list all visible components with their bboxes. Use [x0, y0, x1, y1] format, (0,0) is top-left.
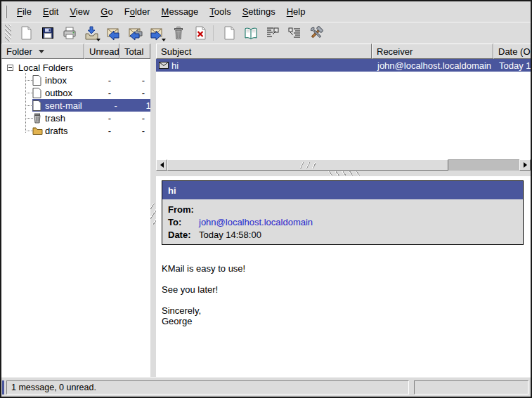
toolbar-drag-handle[interactable] — [5, 25, 11, 41]
folder-root-local-folders[interactable]: Local Folders — [1, 61, 150, 74]
column-header-folder-label: Folder — [6, 46, 32, 57]
print-button[interactable] — [60, 24, 79, 43]
tree-lines — [25, 73, 26, 133]
floppy-disk-icon — [40, 25, 56, 41]
right-arrow-icon — [524, 162, 527, 168]
scrollbar-thumb[interactable] — [167, 159, 448, 171]
statusbar: 1 message, 0 unread. — [1, 377, 531, 397]
folder-item-inbox[interactable]: inbox - - — [1, 74, 150, 86]
menubar: File Edit View Go Folder Message Tools S… — [1, 1, 531, 22]
dropdown-arrow-icon — [96, 39, 100, 41]
to-address-link[interactable]: john@localhost.localdomain — [199, 217, 313, 227]
folder-item-trash[interactable]: trash - - — [1, 112, 150, 124]
statusbar-message: 1 message, 0 unread. — [11, 383, 96, 392]
column-header-total[interactable]: Total — [119, 44, 150, 59]
message-title-bar: hi — [162, 181, 523, 199]
horizontal-scrollbar[interactable] — [156, 159, 531, 171]
scroll-right-button[interactable] — [519, 159, 531, 171]
splitter-grip — [150, 204, 156, 225]
folder-item-drafts[interactable]: drafts - - — [1, 124, 150, 137]
page-red-x-icon — [193, 25, 208, 41]
menu-file[interactable]: File — [11, 5, 37, 18]
kmail-window: File Edit View Go Folder Message Tools S… — [0, 0, 532, 398]
message-list-header: Subject Receiver Date (O — [156, 44, 531, 59]
new-window-button[interactable] — [219, 24, 238, 43]
folder-list-header: Folder Unread Total — [1, 44, 150, 59]
tree-lines — [25, 131, 33, 131]
thumb-grip — [300, 162, 316, 168]
collapse-expander-icon[interactable] — [7, 65, 13, 71]
list-arrow-out-icon — [265, 25, 280, 41]
folder-pane: Folder Unread Total Local — [1, 44, 150, 377]
forward-button[interactable] — [147, 24, 166, 43]
menu-settings[interactable]: Settings — [237, 5, 281, 18]
reply-button[interactable] — [103, 24, 122, 43]
column-header-receiver[interactable]: Receiver — [372, 44, 493, 59]
dropdown-arrow-icon — [162, 39, 166, 41]
folder-icon — [32, 126, 45, 135]
menu-message[interactable]: Message — [156, 5, 205, 18]
tree-lines — [25, 80, 33, 81]
delete-button[interactable] — [190, 24, 209, 43]
tree-lines — [25, 105, 33, 106]
printer-icon — [62, 25, 77, 41]
blank-page-icon — [221, 25, 237, 41]
message-list-pane: Subject Receiver Date (O hi john@localho… — [156, 44, 531, 171]
menubar-drag-handle[interactable] — [5, 6, 7, 18]
splitter-grip — [328, 171, 361, 175]
message-receiver: john@localhost.localdomain — [372, 60, 493, 71]
save-button[interactable] — [38, 24, 57, 43]
folder-item-outbox[interactable]: outbox - - — [1, 86, 150, 99]
file-icon — [32, 75, 45, 86]
main-area: Folder Unread Total Local — [1, 44, 531, 377]
envelope-reply-arrow-icon — [105, 25, 121, 41]
reply-all-button[interactable] — [125, 24, 144, 43]
folder-tree: Local Folders inbox - - outbox — [1, 59, 150, 377]
statusbar-right-panel — [414, 380, 528, 394]
scrollbar-track[interactable] — [448, 159, 519, 171]
tree-lines — [25, 93, 33, 93]
hammer-wrench-icon — [309, 25, 324, 41]
trash-can-icon — [171, 25, 186, 41]
horizontal-splitter[interactable] — [156, 171, 531, 176]
tree-lines — [25, 118, 33, 119]
envelope-reply-all-arrows-icon — [127, 25, 143, 41]
mail-tools-button[interactable] — [306, 24, 325, 43]
message-preview-pane: hi From: To: john@localhost.localdomain … — [156, 176, 531, 377]
thread-in-button[interactable] — [285, 24, 304, 43]
header-field-to: To: john@localhost.localdomain — [168, 215, 523, 228]
message-date: Today 14:58 — [493, 60, 531, 71]
folder-item-sent-mail[interactable]: sent-mail - 1 — [1, 99, 150, 112]
scroll-left-button[interactable] — [156, 159, 167, 171]
address-book-button[interactable] — [241, 24, 260, 43]
menu-folder[interactable]: Folder — [119, 5, 156, 18]
progress-indicator — [2, 380, 4, 394]
message-row[interactable]: hi john@localhost.localdomain Today 14:5… — [156, 59, 531, 72]
column-header-date[interactable]: Date (O — [493, 44, 531, 59]
message-header-block: hi From: To: john@localhost.localdomain … — [162, 180, 524, 245]
sort-arrow-icon — [39, 50, 44, 53]
column-header-unread[interactable]: Unread — [84, 44, 119, 59]
blank-page-icon — [18, 25, 34, 41]
trash-icon — [32, 113, 45, 124]
open-book-icon — [243, 25, 259, 41]
column-header-subject[interactable]: Subject — [156, 44, 372, 59]
vertical-splitter[interactable] — [150, 44, 156, 377]
message-subject: hi — [171, 60, 179, 71]
check-mail-button[interactable] — [82, 24, 100, 43]
new-message-button[interactable] — [16, 24, 35, 43]
menu-tools[interactable]: Tools — [204, 5, 236, 18]
file-icon — [32, 88, 45, 98]
trash-button[interactable] — [169, 24, 188, 43]
menu-help[interactable]: Help — [281, 5, 311, 18]
header-field-date: Date: Today 14:58:00 — [168, 228, 523, 241]
menu-edit[interactable]: Edit — [37, 5, 64, 18]
statusbar-message-panel: 1 message, 0 unread. — [6, 380, 409, 394]
envelope-icon — [159, 62, 169, 69]
column-header-folder[interactable]: Folder — [1, 44, 84, 59]
menu-go[interactable]: Go — [95, 5, 118, 18]
menu-view[interactable]: View — [64, 5, 95, 18]
right-column: Subject Receiver Date (O hi john@localho… — [156, 44, 531, 377]
header-field-from: From: — [168, 203, 523, 215]
thread-out-button[interactable] — [263, 24, 282, 43]
